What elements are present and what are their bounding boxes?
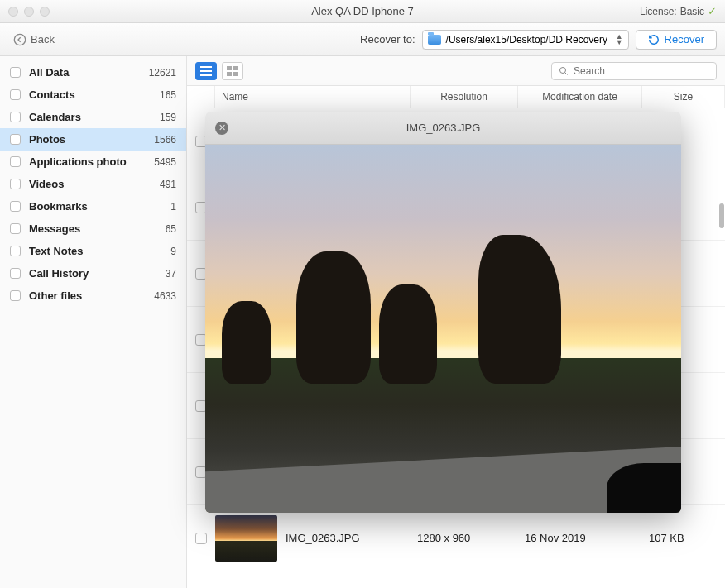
recover-path-value: /Users/alex15/Desktop/DD Recovery [446,34,607,45]
grid-icon [227,66,238,76]
window-title: Alex QA DD Iphone 7 [0,5,725,17]
checkbox[interactable] [195,533,207,544]
refresh-icon [648,34,660,45]
file-name: IMG_0263.JPG [286,532,360,544]
grid-view-button[interactable] [222,62,243,80]
chevron-left-icon [13,33,26,46]
sidebar-item-videos[interactable]: Videos 491 [0,173,186,195]
svg-rect-6 [227,72,232,76]
svg-rect-5 [233,66,238,70]
license-label: License: [640,6,677,17]
sidebar-item-count: 165 [160,89,176,101]
sidebar-item-label: Messages [29,222,80,235]
sidebar-item-calendars[interactable]: Calendars 159 [0,106,186,128]
svg-rect-1 [200,66,212,68]
sidebar-item-label: Videos [29,178,64,190]
sidebar-item-count: 4633 [154,290,176,302]
scrollbar[interactable] [718,56,725,588]
sidebar-item-count: 12621 [149,67,176,79]
recover-button-label: Recover [665,33,704,45]
sidebar-item-label: Applications photo [29,155,127,168]
preview-header: ✕ IMG_0263.JPG [205,112,681,145]
checkbox[interactable] [10,134,21,145]
file-resolution: 1280 x 960 [411,532,518,544]
checkbox[interactable] [10,246,21,256]
checkbox[interactable] [10,179,21,189]
checkbox[interactable] [10,156,21,167]
checkbox[interactable] [10,268,21,279]
sidebar-item-bookmarks[interactable]: Bookmarks 1 [0,195,186,218]
sidebar-item-label: Contacts [29,88,75,101]
column-size[interactable]: Size [642,86,725,108]
svg-point-0 [14,34,25,45]
sidebar-item-label: All Data [29,66,69,79]
sidebar-item-applications-photo[interactable]: Applications photo 5495 [0,151,186,173]
sidebar-item-all-data[interactable]: All Data 12621 [0,61,186,84]
column-resolution[interactable]: Resolution [411,86,518,108]
svg-point-8 [560,67,566,73]
titlebar: Alex QA DD Iphone 7 License: Basic ✓ [0,0,725,23]
updown-icon: ▲▼ [616,34,623,45]
checkbox[interactable] [10,112,21,122]
sidebar-item-label: Other files [29,289,82,302]
recover-path-select[interactable]: /Users/alex15/Desktop/DD Recovery ▲▼ [422,30,629,50]
recover-to-label: Recover to: [360,33,415,45]
search-input[interactable] [574,65,709,77]
file-size: 107 KB [642,532,725,544]
file-date: 16 Nov 2019 [518,532,642,544]
sidebar-item-label: Call History [29,267,89,280]
license-info[interactable]: License: Basic ✓ [640,5,717,17]
checkbox[interactable] [10,67,21,78]
preview-image [205,145,681,513]
svg-rect-4 [227,66,232,70]
sidebar-item-count: 1566 [154,134,176,146]
sidebar-item-label: Bookmarks [29,200,88,213]
sidebar-item-photos[interactable]: Photos 1566 [0,128,186,151]
search-box[interactable] [551,62,717,80]
sidebar-item-messages[interactable]: Messages 65 [0,218,186,240]
sidebar-item-count: 5495 [154,156,176,168]
svg-rect-7 [233,72,238,76]
back-button[interactable]: Back [8,31,60,49]
sidebar-item-count: 1 [170,201,176,213]
sidebar-item-count: 9 [170,246,176,257]
sidebar-item-call-history[interactable]: Call History 37 [0,262,186,284]
list-icon [200,66,212,76]
svg-rect-2 [200,70,212,72]
sidebar-item-other-files[interactable]: Other files 4633 [0,284,186,307]
preview-overlay: ✕ IMG_0263.JPG [205,112,681,513]
sidebar-item-count: 491 [160,179,176,190]
svg-rect-3 [200,74,212,76]
recover-button[interactable]: Recover [636,30,717,50]
preview-title: IMG_0263.JPG [205,122,681,134]
column-date[interactable]: Modification date [518,86,642,108]
sidebar-item-text-notes[interactable]: Text Notes 9 [0,240,186,262]
checkbox[interactable] [10,290,21,301]
column-checkbox [187,86,215,108]
sidebar-item-label: Calendars [29,111,81,123]
sidebar-item-count: 159 [160,112,176,123]
main-toolbar [187,56,725,86]
back-label: Back [31,33,55,45]
folder-icon [428,35,441,45]
checkmark-icon: ✓ [708,5,717,17]
scrollbar-thumb[interactable] [719,203,724,228]
list-view-button[interactable] [195,62,217,80]
checkbox[interactable] [10,89,21,100]
license-value: Basic [680,6,704,17]
search-icon [559,66,569,76]
toolbar: Back Recover to: /Users/alex15/Desktop/D… [0,23,725,56]
table-row[interactable]: IMG_0263.JPG 1280 x 960 16 Nov 2019 107 … [187,505,725,571]
checkbox[interactable] [10,201,21,212]
thumbnail [215,515,277,562]
table-header: Name Resolution Modification date Size [187,86,725,108]
column-name[interactable]: Name [215,86,411,108]
checkbox[interactable] [10,223,21,234]
sidebar-item-count: 37 [166,268,176,280]
sidebar-item-contacts[interactable]: Contacts 165 [0,84,186,106]
sidebar-item-label: Photos [29,133,65,146]
sidebar: All Data 12621 Contacts 165 Calendars 15… [0,56,187,588]
svg-line-9 [565,72,568,74]
sidebar-item-label: Text Notes [29,245,84,257]
sidebar-item-count: 65 [166,223,176,235]
